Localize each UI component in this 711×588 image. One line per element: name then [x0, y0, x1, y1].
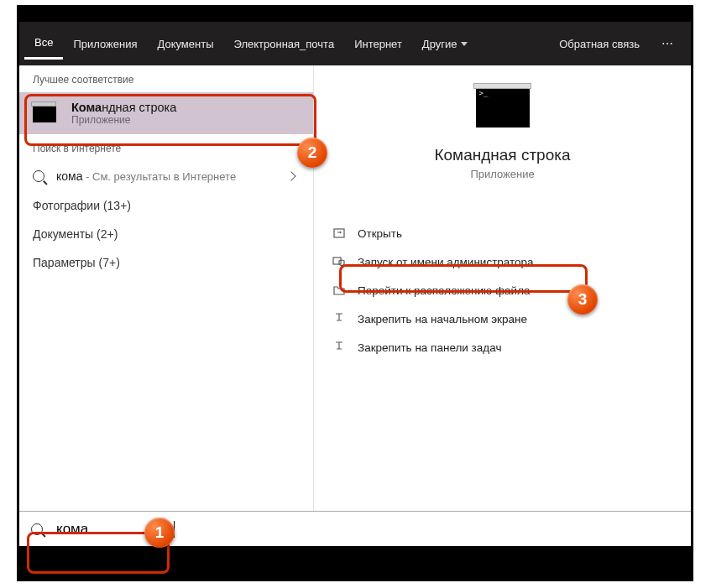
action-pin-taskbar[interactable]: Закрепить на панели задач — [326, 333, 679, 362]
action-open-location[interactable]: Перейти к расположению файла — [326, 276, 679, 304]
action-list: Открыть Запуск от имени администратора П… — [314, 219, 691, 362]
action-label: Перейти к расположению файла — [358, 284, 531, 297]
action-run-as-admin[interactable]: Запуск от имени администратора — [326, 247, 679, 276]
web-query-text: кома — [56, 169, 82, 183]
tab-all[interactable]: Все — [24, 28, 63, 60]
pin-start-icon — [332, 312, 346, 325]
category-documents[interactable]: Документы (2+) — [19, 220, 313, 248]
web-search-item[interactable]: кома - См. результаты в Интернете — [19, 161, 313, 191]
best-match-title: Командная строка — [71, 101, 176, 114]
action-label: Закрепить на начальном экране — [358, 313, 527, 325]
tab-more-label: Другие — [422, 38, 457, 50]
search-icon — [31, 523, 43, 535]
web-suffix-text: - См. результаты в Интернете — [82, 170, 236, 183]
search-bar[interactable] — [19, 511, 691, 546]
action-label: Запуск от имени администратора — [358, 256, 534, 268]
chevron-right-icon — [286, 171, 295, 180]
tab-web[interactable]: Интернет — [344, 29, 412, 59]
app-subtitle: Приложение — [314, 168, 691, 180]
svg-rect-0 — [334, 229, 344, 237]
action-pin-start[interactable]: Закрепить на начальном экране — [326, 304, 679, 333]
feedback-link[interactable]: Обратная связь — [549, 29, 650, 59]
category-photos[interactable]: Фотографии (13+) — [19, 191, 313, 220]
best-match-item[interactable]: Командная строка Приложение — [19, 92, 313, 134]
app-icon-large — [476, 87, 530, 127]
best-match-subtitle: Приложение — [71, 114, 176, 126]
action-label: Открыть — [358, 227, 402, 240]
open-icon — [332, 226, 346, 240]
tab-more[interactable]: Другие — [412, 29, 478, 59]
chevron-down-icon — [461, 42, 468, 46]
results-left: Лучшее соответствие Командная строка При… — [19, 65, 313, 511]
category-settings[interactable]: Параметры (7+) — [19, 248, 313, 277]
filter-topbar: Все Приложения Документы Электронная_поч… — [19, 22, 691, 65]
preview-pane: Командная строка Приложение Открыть Запу… — [313, 65, 691, 511]
tab-apps[interactable]: Приложения — [63, 29, 147, 59]
action-open[interactable]: Открыть — [326, 219, 679, 247]
search-panel: Все Приложения Документы Электронная_поч… — [19, 22, 691, 546]
annotation-badge-2: 2 — [297, 138, 327, 168]
pin-taskbar-icon — [332, 341, 346, 354]
tab-email[interactable]: Электронная_почта — [223, 29, 344, 59]
overflow-menu[interactable]: ⋯ — [650, 29, 686, 59]
section-web: Поиск в Интернете — [19, 134, 313, 161]
tab-docs[interactable]: Документы — [147, 29, 223, 59]
annotation-badge-1: 1 — [144, 518, 175, 548]
annotation-badge-3: 3 — [567, 284, 598, 315]
cmd-icon — [33, 104, 56, 122]
folder-icon — [332, 284, 346, 297]
search-icon — [33, 170, 44, 182]
action-label: Закрепить на панели задач — [358, 341, 501, 354]
app-title: Командная строка — [314, 146, 691, 164]
section-best-match: Лучшее соответствие — [19, 65, 313, 92]
shield-icon — [332, 255, 346, 268]
